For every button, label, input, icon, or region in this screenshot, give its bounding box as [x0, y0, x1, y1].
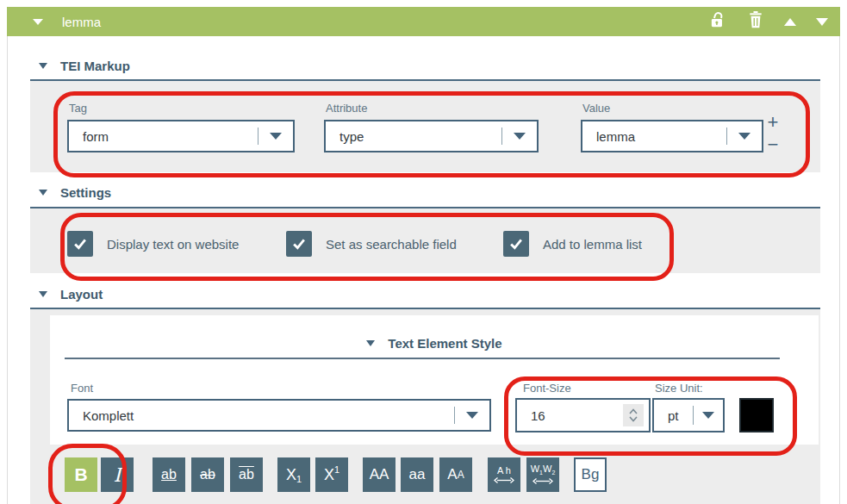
- lemma-list-label: Add to lemma list: [543, 237, 642, 252]
- subscript-index: 1: [296, 474, 302, 484]
- tag-dropdown[interactable]: form: [67, 120, 295, 152]
- searchable-field-label: Set as searchable field: [326, 237, 457, 252]
- unlock-icon[interactable]: [708, 10, 727, 33]
- uppercase-button[interactable]: AA: [363, 457, 395, 492]
- smallcaps-second: A: [458, 469, 464, 481]
- strikethrough-button[interactable]: ab: [191, 457, 224, 492]
- lemma-list-checkbox[interactable]: [503, 231, 529, 257]
- horizontal-arrow-icon: [494, 476, 514, 484]
- attribute-label: Attribute: [326, 102, 367, 115]
- tei-markup-section-header[interactable]: TEI Markup: [39, 59, 130, 73]
- spinner-icon[interactable]: [623, 404, 644, 426]
- card-right-border: [839, 36, 840, 504]
- tag-value: form: [69, 129, 258, 144]
- element-header[interactable]: lemma: [7, 7, 840, 36]
- lowercase-button[interactable]: aa: [401, 457, 433, 492]
- collapse-arrow-icon: [39, 291, 47, 297]
- collapse-arrow-icon: [39, 190, 47, 196]
- word2: W: [543, 464, 551, 474]
- searchable-field-checkbox[interactable]: [286, 231, 312, 257]
- background-color-button[interactable]: Bg: [574, 457, 607, 492]
- chevron-down-icon: [258, 133, 293, 140]
- move-up-icon[interactable]: [784, 18, 796, 26]
- italic-button[interactable]: I: [101, 457, 134, 492]
- overline-button[interactable]: ab: [230, 457, 263, 492]
- display-text-label: Display text on website: [107, 237, 239, 252]
- trash-icon[interactable]: [747, 10, 764, 33]
- value-dropdown[interactable]: lemma: [581, 120, 763, 152]
- chevron-down-icon: [694, 412, 723, 419]
- display-text-checkbox[interactable]: [67, 231, 93, 257]
- lemma-element-editor: lemma: [0, 0, 847, 504]
- letter-spacing-label: A h: [497, 466, 511, 476]
- chevron-down-icon: [727, 133, 762, 140]
- size-unit-dropdown[interactable]: pt: [652, 398, 725, 432]
- collapse-arrow-icon[interactable]: [33, 19, 43, 25]
- style-group-divider: [65, 358, 780, 359]
- layout-section-header[interactable]: Layout: [39, 287, 103, 302]
- chevron-down-icon: [455, 412, 489, 419]
- subscript-base: X: [286, 466, 296, 484]
- text-color-swatch[interactable]: [739, 398, 774, 432]
- attribute-value: type: [326, 129, 501, 144]
- collapse-arrow-icon: [39, 63, 47, 69]
- underline-button[interactable]: ab: [153, 457, 185, 492]
- font-size-input[interactable]: [517, 408, 623, 423]
- word1: W: [531, 464, 539, 474]
- smallcaps-first: A: [447, 466, 457, 483]
- tag-label: Tag: [69, 102, 87, 115]
- size-unit-label: Size Unit:: [655, 382, 703, 395]
- move-down-icon[interactable]: [816, 18, 828, 26]
- size-unit-value: pt: [654, 408, 693, 423]
- word2-index: 2: [551, 470, 555, 476]
- font-size-label: Font-Size: [523, 382, 571, 395]
- settings-section-header[interactable]: Settings: [39, 185, 111, 200]
- tei-markup-title: TEI Markup: [60, 59, 130, 73]
- text-element-style-title: Text Element Style: [388, 336, 501, 351]
- superscript-base: X: [324, 466, 334, 484]
- font-label: Font: [71, 382, 93, 395]
- smallcaps-button[interactable]: AA: [439, 457, 472, 492]
- word-spacing-button[interactable]: W1W2: [526, 457, 559, 492]
- subscript-button[interactable]: X1: [277, 457, 310, 492]
- superscript-button[interactable]: X1: [315, 457, 348, 492]
- font-size-field: [515, 398, 651, 432]
- add-attribute-button[interactable]: +: [763, 114, 782, 131]
- bold-button[interactable]: B: [65, 457, 97, 492]
- card-left-border: [7, 36, 8, 504]
- settings-title: Settings: [60, 185, 111, 200]
- value-label: Value: [582, 102, 610, 115]
- element-title: lemma: [62, 15, 101, 29]
- letter-spacing-button[interactable]: A h: [488, 457, 520, 492]
- layout-title: Layout: [60, 287, 103, 302]
- value-value: lemma: [582, 129, 726, 144]
- text-element-style-header[interactable]: Text Element Style: [50, 336, 819, 351]
- remove-attribute-button[interactable]: −: [763, 136, 782, 153]
- font-value: Komplett: [69, 408, 454, 423]
- attribute-dropdown[interactable]: type: [324, 120, 539, 152]
- horizontal-arrow-icon: [532, 477, 553, 485]
- font-dropdown[interactable]: Komplett: [67, 399, 491, 432]
- superscript-index: 1: [334, 464, 339, 475]
- collapse-arrow-icon: [366, 340, 375, 346]
- chevron-down-icon: [502, 133, 537, 140]
